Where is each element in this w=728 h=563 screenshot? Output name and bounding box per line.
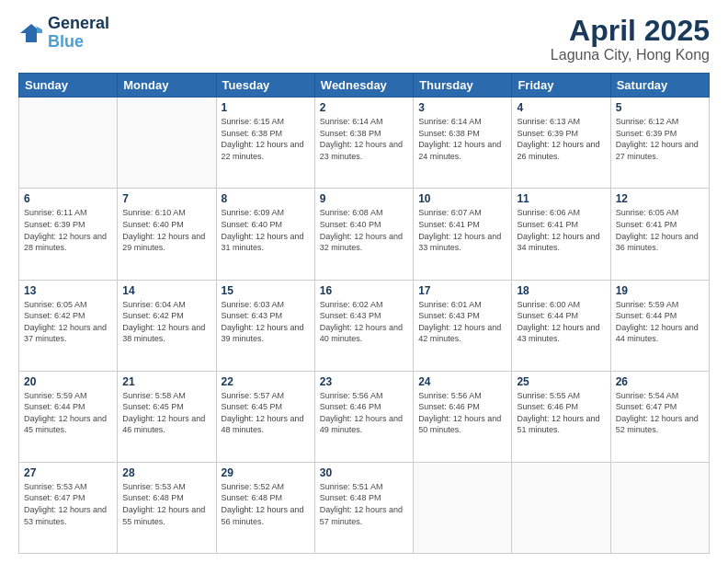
day-number: 23: [320, 375, 408, 388]
table-row: 23Sunrise: 5:56 AMSunset: 6:46 PMDayligh…: [314, 371, 413, 462]
day-number: 18: [517, 284, 605, 297]
table-row: 18Sunrise: 6:00 AMSunset: 6:44 PMDayligh…: [512, 280, 610, 371]
logo: General Blue: [18, 15, 109, 52]
col-friday: Friday: [512, 74, 610, 98]
table-row: 15Sunrise: 6:03 AMSunset: 6:43 PMDayligh…: [216, 280, 314, 371]
day-info: Sunrise: 5:52 AMSunset: 6:48 PMDaylight:…: [222, 481, 310, 527]
day-number: 20: [24, 375, 112, 388]
day-number: 5: [616, 101, 704, 114]
calendar-table: Sunday Monday Tuesday Wednesday Thursday…: [18, 73, 710, 554]
table-row: 6Sunrise: 6:11 AMSunset: 6:39 PMDaylight…: [19, 189, 118, 280]
day-number: 27: [24, 466, 112, 479]
day-number: 11: [517, 192, 605, 205]
day-info: Sunrise: 6:01 AMSunset: 6:43 PMDaylight:…: [418, 299, 506, 345]
day-info: Sunrise: 6:02 AMSunset: 6:43 PMDaylight:…: [320, 299, 408, 345]
table-row: [118, 98, 216, 189]
table-row: 7Sunrise: 6:10 AMSunset: 6:40 PMDaylight…: [118, 189, 216, 280]
col-monday: Monday: [118, 74, 216, 98]
day-number: 12: [616, 192, 704, 205]
day-info: Sunrise: 6:09 AMSunset: 6:40 PMDaylight:…: [222, 207, 310, 253]
table-row: 25Sunrise: 5:55 AMSunset: 6:46 PMDayligh…: [512, 371, 610, 462]
table-row: [512, 462, 610, 553]
table-row: 14Sunrise: 6:04 AMSunset: 6:42 PMDayligh…: [118, 280, 216, 371]
table-row: 28Sunrise: 5:53 AMSunset: 6:48 PMDayligh…: [118, 462, 216, 553]
calendar-week-row: 1Sunrise: 6:15 AMSunset: 6:38 PMDaylight…: [19, 98, 710, 189]
day-number: 2: [320, 101, 408, 114]
table-row: 11Sunrise: 6:06 AMSunset: 6:41 PMDayligh…: [512, 189, 610, 280]
day-info: Sunrise: 5:59 AMSunset: 6:44 PMDaylight:…: [24, 390, 112, 436]
day-info: Sunrise: 6:14 AMSunset: 6:38 PMDaylight:…: [418, 116, 506, 162]
table-row: [19, 98, 118, 189]
table-row: 1Sunrise: 6:15 AMSunset: 6:38 PMDaylight…: [216, 98, 314, 189]
day-number: 28: [122, 466, 210, 479]
table-row: 8Sunrise: 6:09 AMSunset: 6:40 PMDaylight…: [216, 189, 314, 280]
day-info: Sunrise: 6:10 AMSunset: 6:40 PMDaylight:…: [122, 207, 210, 253]
day-number: 6: [24, 192, 112, 205]
title-block: April 2025 Laguna City, Hong Kong: [551, 15, 710, 63]
day-info: Sunrise: 6:12 AMSunset: 6:39 PMDaylight:…: [616, 116, 704, 162]
day-info: Sunrise: 5:55 AMSunset: 6:46 PMDaylight:…: [517, 390, 605, 436]
table-row: 13Sunrise: 6:05 AMSunset: 6:42 PMDayligh…: [19, 280, 118, 371]
table-row: 10Sunrise: 6:07 AMSunset: 6:41 PMDayligh…: [414, 189, 512, 280]
table-row: 3Sunrise: 6:14 AMSunset: 6:38 PMDaylight…: [414, 98, 512, 189]
day-number: 1: [222, 101, 310, 114]
day-info: Sunrise: 6:03 AMSunset: 6:43 PMDaylight:…: [222, 299, 310, 345]
day-info: Sunrise: 5:54 AMSunset: 6:47 PMDaylight:…: [616, 390, 704, 436]
table-row: 4Sunrise: 6:13 AMSunset: 6:39 PMDaylight…: [512, 98, 610, 189]
table-row: 30Sunrise: 5:51 AMSunset: 6:48 PMDayligh…: [314, 462, 413, 553]
col-saturday: Saturday: [610, 74, 709, 98]
day-number: 14: [122, 284, 210, 297]
day-info: Sunrise: 6:07 AMSunset: 6:41 PMDaylight:…: [418, 207, 506, 253]
day-info: Sunrise: 6:04 AMSunset: 6:42 PMDaylight:…: [122, 299, 210, 345]
calendar-week-row: 20Sunrise: 5:59 AMSunset: 6:44 PMDayligh…: [19, 371, 710, 462]
table-row: 24Sunrise: 5:56 AMSunset: 6:46 PMDayligh…: [414, 371, 512, 462]
day-info: Sunrise: 5:57 AMSunset: 6:45 PMDaylight:…: [222, 390, 310, 436]
table-row: 29Sunrise: 5:52 AMSunset: 6:48 PMDayligh…: [216, 462, 314, 553]
day-info: Sunrise: 6:06 AMSunset: 6:41 PMDaylight:…: [517, 207, 605, 253]
day-info: Sunrise: 5:59 AMSunset: 6:44 PMDaylight:…: [616, 299, 704, 345]
day-info: Sunrise: 6:00 AMSunset: 6:44 PMDaylight:…: [517, 299, 605, 345]
table-row: 12Sunrise: 6:05 AMSunset: 6:41 PMDayligh…: [610, 189, 709, 280]
day-number: 25: [517, 375, 605, 388]
table-row: 27Sunrise: 5:53 AMSunset: 6:47 PMDayligh…: [19, 462, 118, 553]
day-info: Sunrise: 5:56 AMSunset: 6:46 PMDaylight:…: [418, 390, 506, 436]
day-info: Sunrise: 6:08 AMSunset: 6:40 PMDaylight:…: [320, 207, 408, 253]
table-row: 21Sunrise: 5:58 AMSunset: 6:45 PMDayligh…: [118, 371, 216, 462]
day-info: Sunrise: 6:05 AMSunset: 6:42 PMDaylight:…: [24, 299, 112, 345]
table-row: 9Sunrise: 6:08 AMSunset: 6:40 PMDaylight…: [314, 189, 413, 280]
day-number: 4: [517, 101, 605, 114]
calendar-week-row: 6Sunrise: 6:11 AMSunset: 6:39 PMDaylight…: [19, 189, 710, 280]
day-info: Sunrise: 5:51 AMSunset: 6:48 PMDaylight:…: [320, 481, 408, 527]
table-row: 2Sunrise: 6:14 AMSunset: 6:38 PMDaylight…: [314, 98, 413, 189]
table-row: 17Sunrise: 6:01 AMSunset: 6:43 PMDayligh…: [414, 280, 512, 371]
day-number: 9: [320, 192, 408, 205]
day-number: 19: [616, 284, 704, 297]
header: General Blue April 2025 Laguna City, Hon…: [18, 15, 710, 63]
table-row: 26Sunrise: 5:54 AMSunset: 6:47 PMDayligh…: [610, 371, 709, 462]
table-row: 22Sunrise: 5:57 AMSunset: 6:45 PMDayligh…: [216, 371, 314, 462]
day-number: 24: [418, 375, 506, 388]
day-number: 8: [222, 192, 310, 205]
day-number: 7: [122, 192, 210, 205]
day-number: 13: [24, 284, 112, 297]
table-row: [610, 462, 709, 553]
day-info: Sunrise: 5:56 AMSunset: 6:46 PMDaylight:…: [320, 390, 408, 436]
day-number: 3: [418, 101, 506, 114]
subtitle: Laguna City, Hong Kong: [551, 47, 710, 63]
table-row: 16Sunrise: 6:02 AMSunset: 6:43 PMDayligh…: [314, 280, 413, 371]
col-wednesday: Wednesday: [314, 74, 413, 98]
day-info: Sunrise: 5:53 AMSunset: 6:47 PMDaylight:…: [24, 481, 112, 527]
table-row: 20Sunrise: 5:59 AMSunset: 6:44 PMDayligh…: [19, 371, 118, 462]
day-info: Sunrise: 5:58 AMSunset: 6:45 PMDaylight:…: [122, 390, 210, 436]
calendar-week-row: 27Sunrise: 5:53 AMSunset: 6:47 PMDayligh…: [19, 462, 710, 553]
day-number: 22: [222, 375, 310, 388]
day-number: 10: [418, 192, 506, 205]
page: General Blue April 2025 Laguna City, Hon…: [0, 0, 728, 563]
day-info: Sunrise: 6:14 AMSunset: 6:38 PMDaylight:…: [320, 116, 408, 162]
logo-icon: [18, 20, 44, 46]
day-number: 16: [320, 284, 408, 297]
calendar-header-row: Sunday Monday Tuesday Wednesday Thursday…: [19, 74, 710, 98]
main-title: April 2025: [551, 15, 710, 47]
day-number: 17: [418, 284, 506, 297]
table-row: 5Sunrise: 6:12 AMSunset: 6:39 PMDaylight…: [610, 98, 709, 189]
